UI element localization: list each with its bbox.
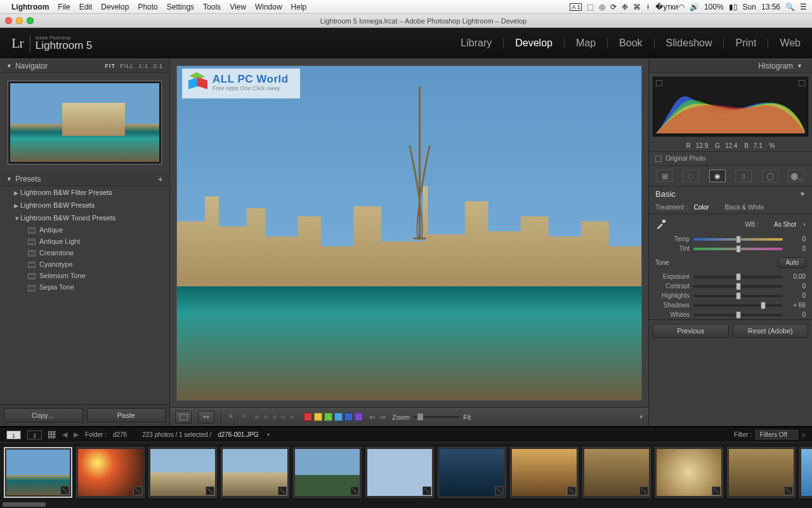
grid-view-icon[interactable] xyxy=(48,431,56,439)
preset-item[interactable]: Selenium Tone xyxy=(0,270,169,281)
module-library[interactable]: Library xyxy=(461,37,492,49)
preset-item[interactable]: Antique xyxy=(0,224,169,236)
treatment-bw[interactable]: Black & White xyxy=(724,204,764,211)
reset-button[interactable]: Reset (Adobe) xyxy=(733,324,809,338)
dropbox-tray-icon[interactable]: ⬚ xyxy=(587,3,594,11)
treatment-color[interactable]: Color xyxy=(694,204,709,211)
filmstrip-thumb[interactable] xyxy=(582,447,651,498)
menu-develop[interactable]: Develop xyxy=(101,3,129,11)
module-web[interactable]: Web xyxy=(780,37,801,49)
grad-tool-icon[interactable]: ▯ xyxy=(735,170,752,182)
redeye-tool-icon[interactable]: ◉ xyxy=(709,170,726,182)
tone-slider[interactable]: Highlights0 xyxy=(649,291,812,300)
color-labels[interactable] xyxy=(304,413,363,421)
wifi-tray-icon[interactable]: �утки◠ xyxy=(655,3,684,11)
spotlight-icon[interactable]: 🔍 xyxy=(785,3,795,11)
before-after-button[interactable]: ▾▾ xyxy=(198,411,214,424)
bluetooth-tray-icon[interactable]: ᚼ xyxy=(646,3,650,11)
clock-time[interactable]: 13:56 xyxy=(761,3,780,11)
zoom-control[interactable]: Zoom Fit xyxy=(392,413,471,421)
nav-fwd-icon[interactable]: ▶ xyxy=(74,431,79,439)
histogram-header[interactable]: Histogram ▼ xyxy=(649,59,812,73)
tone-slider[interactable]: Exposure0.00 xyxy=(649,272,812,281)
filmstrip[interactable] xyxy=(0,442,812,502)
filmstrip-scrollbar[interactable] xyxy=(0,502,812,508)
filmstrip-thumb[interactable] xyxy=(76,447,145,498)
sync-tray-icon[interactable]: ⟳ xyxy=(610,3,617,11)
toolbar-menu-icon[interactable]: ▾ xyxy=(639,413,643,421)
module-develop[interactable]: Develop xyxy=(515,37,553,49)
battery-icon[interactable]: ▮▯ xyxy=(729,3,738,11)
original-photo-toggle[interactable]: Original Photo xyxy=(649,152,812,166)
filmstrip-thumb[interactable] xyxy=(4,447,72,498)
histogram-chart[interactable] xyxy=(653,77,808,137)
module-slideshow[interactable]: Slideshow xyxy=(666,37,712,49)
next-photo-icon[interactable]: ⇒ xyxy=(379,413,386,422)
filmstrip-thumb[interactable] xyxy=(365,447,434,498)
filter-select[interactable]: Filters Off xyxy=(756,430,798,439)
preset-item[interactable]: Cyanotype xyxy=(0,258,169,270)
primary-display-button[interactable]: 1 xyxy=(6,431,21,439)
radial-tool-icon[interactable]: ◯ xyxy=(762,170,778,182)
prev-photo-icon[interactable]: ⇐ xyxy=(369,413,376,422)
tone-slider[interactable]: Shadows+ 66 xyxy=(649,300,812,310)
cc-tray-icon[interactable]: ◎ xyxy=(599,3,605,11)
copy-button[interactable]: Copy… xyxy=(4,408,83,422)
wb-preset-select[interactable]: As Shot xyxy=(774,221,796,228)
filmstrip-thumb[interactable] xyxy=(221,447,289,498)
window-minimize-button[interactable] xyxy=(16,17,23,24)
link-tray-icon[interactable]: ⌘ xyxy=(633,3,641,11)
menu-edit[interactable]: Edit xyxy=(79,3,93,11)
menu-view[interactable]: View xyxy=(230,3,246,11)
temp-slider[interactable]: Temp 0 xyxy=(649,234,812,244)
evernote-tray-icon[interactable]: ❉ xyxy=(622,3,628,11)
eyedropper-icon[interactable] xyxy=(655,218,667,231)
preset-item[interactable]: Creamtone xyxy=(0,247,169,258)
module-map[interactable]: Map xyxy=(576,37,596,49)
volume-tray-icon[interactable]: 🔊 xyxy=(690,3,699,11)
brush-tool-icon[interactable]: ⬤⎯ xyxy=(788,170,804,182)
image-canvas[interactable]: ALL PC World Free Apps One Click Away xyxy=(176,65,642,401)
rating-stars[interactable]: ★★★★★ xyxy=(253,412,298,422)
basic-panel-header[interactable]: Basic ▼ xyxy=(649,187,812,201)
auto-tone-button[interactable]: Auto xyxy=(778,257,806,268)
app-menu[interactable]: Lightroom xyxy=(11,3,49,11)
folder-name[interactable]: d276 xyxy=(113,431,127,438)
secondary-display-button[interactable]: 2 xyxy=(27,431,42,439)
module-book[interactable]: Book xyxy=(619,37,642,49)
menu-help[interactable]: Help xyxy=(291,3,307,11)
navigator-thumbnail[interactable] xyxy=(8,81,162,164)
add-preset-icon[interactable]: + xyxy=(158,174,163,184)
window-zoom-button[interactable] xyxy=(27,17,34,24)
navigator-header[interactable]: ▼ Navigator FIT FILL 1:1 2:1 xyxy=(0,59,169,73)
tint-slider[interactable]: Tint 0 xyxy=(649,244,812,253)
filmstrip-thumb[interactable] xyxy=(655,447,723,498)
battery-percent[interactable]: 100% xyxy=(704,3,724,11)
spot-tool-icon[interactable]: ◌ xyxy=(683,170,699,182)
filmstrip-thumb[interactable] xyxy=(510,447,579,498)
tone-slider[interactable]: Whites0 xyxy=(649,310,812,319)
tone-slider[interactable]: Contrast0 xyxy=(649,281,812,291)
preset-group[interactable]: ▶Lightroom B&W Filter Presets xyxy=(0,186,169,199)
clip-highlights-icon[interactable] xyxy=(799,80,805,86)
module-print[interactable]: Print xyxy=(735,37,756,49)
filter-lock-icon[interactable]: ⎋ xyxy=(802,431,806,438)
flag-pick-icon[interactable]: ⚑ xyxy=(228,413,234,421)
paste-button[interactable]: Paste xyxy=(87,408,166,422)
loupe-view-button[interactable] xyxy=(175,411,192,424)
presets-header[interactable]: ▼ Presets + xyxy=(0,172,169,186)
previous-button[interactable]: Previous xyxy=(653,324,729,338)
menu-file[interactable]: File xyxy=(58,3,70,11)
preset-group[interactable]: ▼Lightroom B&W Toned Presets xyxy=(0,211,169,224)
filmstrip-thumb[interactable] xyxy=(727,447,796,498)
crop-tool-icon[interactable]: ▦ xyxy=(657,170,673,182)
nav-back-icon[interactable]: ◀ xyxy=(62,431,67,439)
preset-item[interactable]: Sepia Tone xyxy=(0,281,169,293)
preset-item[interactable]: Antique Light xyxy=(0,236,169,247)
notification-center-icon[interactable]: ☰ xyxy=(800,3,807,11)
clip-shadows-icon[interactable] xyxy=(656,80,662,86)
clock-day[interactable]: Sun xyxy=(743,3,756,11)
navigator-zoom-options[interactable]: FIT FILL 1:1 2:1 xyxy=(102,63,163,69)
adobe-tray-icon[interactable]: A1 xyxy=(570,3,582,11)
menu-photo[interactable]: Photo xyxy=(138,3,157,11)
